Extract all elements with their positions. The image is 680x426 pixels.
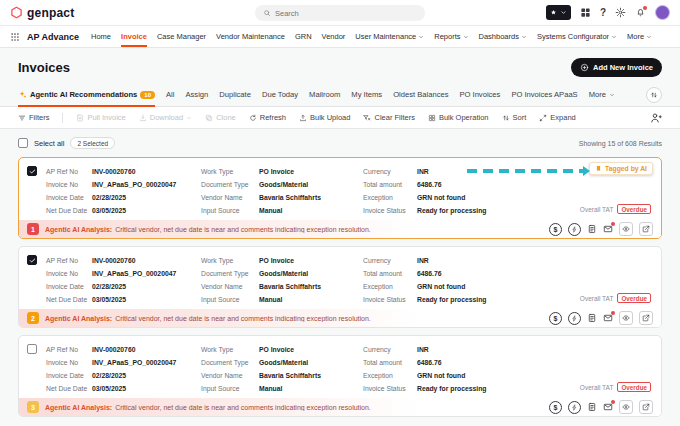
field-label: Exception [363,283,417,290]
tab-assign[interactable]: Assign [185,83,208,106]
bulk-operation-button[interactable]: Bulk Operation [428,113,489,122]
nav-case-manager[interactable]: Case Manager [157,26,206,47]
open-invoice-button[interactable] [639,222,653,236]
tab-po-invoices-apaas[interactable]: PO Invoices APaaS [511,83,577,106]
nav-vendor-maintenance[interactable]: Vendor Maintenance [216,26,285,47]
open-invoice-button[interactable] [639,311,653,325]
download-button[interactable]: Download [139,113,192,122]
nav-systems-configurator[interactable]: Systems Configurator [537,26,617,47]
notifications-button[interactable] [635,7,646,18]
tasks-icon[interactable] [587,224,597,234]
pull-invoice-button[interactable]: Pull Invoice [76,113,125,122]
nav-reports[interactable]: Reports [434,26,468,47]
tab-mailroom[interactable]: Mailroom [309,83,340,106]
card-actions: $ [541,222,653,236]
dollar-icon[interactable]: $ [549,223,562,236]
gear-icon[interactable] [615,7,626,18]
flash-icon[interactable] [568,401,581,414]
plus-circle-icon [580,63,589,72]
field-value: GRN not found [417,372,465,379]
field-label: Currency [363,257,417,264]
favorites-button[interactable] [546,5,571,20]
tab-agentic-ai-recommendations[interactable]: Agentic AI Recommendations 10 [18,83,155,106]
dollar-icon[interactable]: $ [549,401,562,414]
tab-po-invoices[interactable]: PO Invoices [459,83,500,106]
field-value: Ready for processing [417,296,487,303]
tab-due-today[interactable]: Due Today [262,83,298,106]
card-actions: $ [541,311,653,325]
nav-home[interactable]: Home [91,26,111,47]
view-button[interactable] [619,400,633,414]
avatar[interactable] [655,5,670,20]
field-group: Work TypePO Invoice Document TypeGoods/M… [201,343,363,395]
expand-button[interactable]: Expand [539,113,575,122]
help-icon[interactable]: ? [600,8,606,18]
bulk-upload-button[interactable]: Bulk Upload [299,113,350,122]
flash-icon[interactable] [568,312,581,325]
field-label: Input Source [201,385,259,392]
field-label: Currency [363,168,417,175]
field-label: Invoice Status [363,207,417,214]
overall-tat: Overall TAT Overdue [580,204,651,214]
agentic-ai-analysis-bar: 1 Agentic AI Analysis: Critical vendor, … [19,220,661,238]
field-group: Work TypePO Invoice Document TypeGoods/M… [201,254,363,306]
nav-user-maintenance[interactable]: User Maintenance [355,26,424,47]
nav-invoice[interactable]: Invoice [121,26,147,47]
brand-name: genpact [27,6,74,20]
search-icon [263,9,271,17]
field-value: INV_APaaS_PO_00020047 [92,181,176,188]
flash-icon[interactable] [568,223,581,236]
field-value: 03/05/2025 [92,385,126,392]
tab-oldest-balances[interactable]: Oldest Balances [393,83,448,106]
nav-dashboards[interactable]: Dashboards [479,26,527,47]
tasks-icon[interactable] [587,402,597,412]
field-label: Invoice Date [46,372,92,379]
field-label: Net Due Date [46,385,92,392]
invoice-checkbox[interactable] [27,166,37,176]
refresh-button[interactable]: Refresh [249,113,286,122]
field-label: Vendor Name [201,194,259,201]
field-value: PO Invoice [259,346,294,353]
clone-button[interactable]: Clone [205,113,236,122]
field-label: Invoice Status [363,296,417,303]
add-new-invoice-button[interactable]: Add New Invoice [571,58,662,77]
invoice-checkbox[interactable] [27,344,37,354]
view-button[interactable] [619,222,633,236]
nav-more[interactable]: More [627,26,652,47]
invoice-card-body: AP Ref NoINV-00020760 Invoice NoINV_APaa… [19,336,661,398]
nav-grn[interactable]: GRN [295,26,312,47]
select-all-checkbox[interactable] [18,138,28,148]
invoice-checkbox[interactable] [27,255,37,265]
sync-button[interactable] [646,87,662,103]
mail-icon[interactable] [603,313,613,323]
assign-user-icon[interactable] [650,112,662,124]
tab-duplicate[interactable]: Duplicate [219,83,251,106]
tab-count-badge: 10 [140,91,155,99]
field-label: Document Type [201,181,259,188]
mail-icon[interactable] [603,224,613,234]
global-search[interactable] [255,5,425,21]
field-label: Invoice No [46,359,92,366]
tasks-icon[interactable] [587,313,597,323]
invoice-card-body: AP Ref NoINV-00020760 Invoice NoINV_APaa… [19,158,661,220]
filters-button[interactable]: Filters [18,113,49,122]
field-value: 02/28/2025 [92,372,126,379]
app-launcher-icon[interactable] [10,32,20,42]
dollar-icon[interactable]: $ [549,312,562,325]
field-label: Work Type [201,257,259,264]
tab-all[interactable]: All [166,83,174,106]
clear-filters-button[interactable]: Clear Filters [363,113,414,122]
mail-icon[interactable] [603,402,613,412]
sparkle-icon [18,90,27,99]
view-button[interactable] [619,311,633,325]
agentic-ai-analysis-bar: 3 Agentic AI Analysis: Critical vendor, … [19,398,661,416]
sort-button[interactable]: Sort [502,113,527,122]
tab-more[interactable]: More [589,83,615,106]
field-value: 02/28/2025 [92,194,126,201]
apps-icon[interactable] [580,7,591,18]
tab-my-items[interactable]: My Items [351,83,382,106]
search-input[interactable] [275,9,417,18]
field-label: Exception [363,372,417,379]
nav-vendor[interactable]: Vendor [322,26,346,47]
open-invoice-button[interactable] [639,400,653,414]
